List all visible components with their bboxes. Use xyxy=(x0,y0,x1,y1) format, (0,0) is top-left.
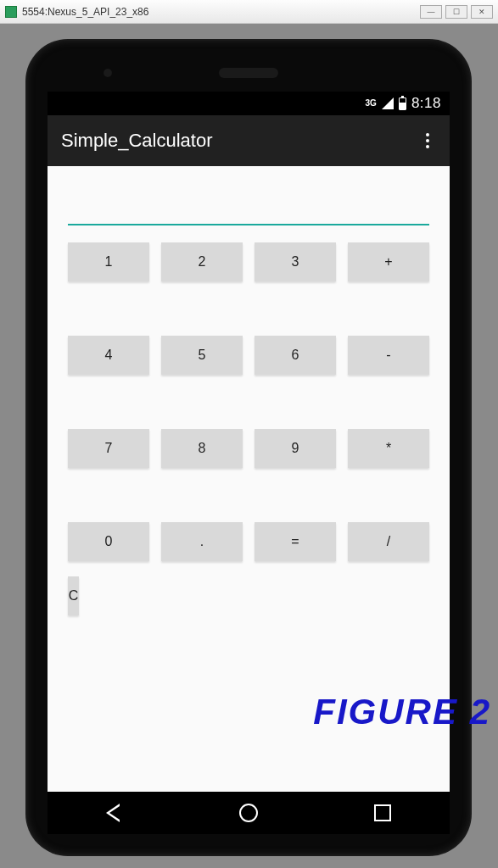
battery-icon xyxy=(399,97,406,110)
phone-device-frame: 3G 8:18 Simple_Calculator 1 xyxy=(27,41,470,854)
digit-8-button[interactable]: 8 xyxy=(161,429,243,468)
phone-sensor xyxy=(104,69,112,77)
minimize-button[interactable]: — xyxy=(420,5,442,19)
phone-earpiece xyxy=(219,68,278,78)
emulator-body: 3G 8:18 Simple_Calculator 1 xyxy=(0,24,498,868)
overflow-menu-icon[interactable] xyxy=(419,126,436,155)
equals-button[interactable]: = xyxy=(255,522,336,561)
maximize-button[interactable]: ☐ xyxy=(445,5,467,19)
status-time: 8:18 xyxy=(411,95,441,112)
digit-1-button[interactable]: 1 xyxy=(68,242,149,281)
digit-2-button[interactable]: 2 xyxy=(161,242,243,281)
emulator-titlebar: 5554:Nexus_5_API_23_x86 — ☐ ✕ xyxy=(0,0,498,24)
calculator-display-input[interactable] xyxy=(68,183,429,225)
nav-back-icon[interactable] xyxy=(106,804,123,821)
emulator-window-title: 5554:Nexus_5_API_23_x86 xyxy=(22,6,148,18)
figure-label: FIGURE 2 xyxy=(313,692,491,732)
digit-7-button[interactable]: 7 xyxy=(68,429,149,468)
emulator-titlebar-left: 5554:Nexus_5_API_23_x86 xyxy=(5,6,148,18)
multiply-button[interactable]: * xyxy=(348,429,429,468)
network-indicator: 3G xyxy=(366,99,377,108)
window-controls: — ☐ ✕ xyxy=(420,5,493,19)
digit-0-button[interactable]: 0 xyxy=(68,522,149,561)
clear-button[interactable]: C xyxy=(68,576,79,615)
emulator-app-icon xyxy=(5,6,17,18)
app-toolbar: Simple_Calculator xyxy=(48,115,450,166)
android-status-bar: 3G 8:18 xyxy=(48,92,450,115)
app-title: Simple_Calculator xyxy=(61,130,213,152)
android-nav-bar xyxy=(48,792,450,834)
digit-4-button[interactable]: 4 xyxy=(68,336,149,375)
nav-recent-icon[interactable] xyxy=(374,804,391,821)
digit-6-button[interactable]: 6 xyxy=(255,336,336,375)
divide-button[interactable]: / xyxy=(348,522,429,561)
digit-5-button[interactable]: 5 xyxy=(161,336,243,375)
signal-icon xyxy=(382,97,394,109)
phone-screen: 3G 8:18 Simple_Calculator 1 xyxy=(48,92,450,795)
plus-button[interactable]: + xyxy=(348,242,429,281)
nav-home-icon[interactable] xyxy=(239,804,258,822)
close-button[interactable]: ✕ xyxy=(471,5,493,19)
minus-button[interactable]: - xyxy=(348,336,429,375)
digit-3-button[interactable]: 3 xyxy=(255,242,336,281)
decimal-button[interactable]: . xyxy=(161,522,243,561)
digit-9-button[interactable]: 9 xyxy=(255,429,336,468)
calculator-button-grid: 1 2 3 + 4 5 6 - 7 8 9 * 0 . xyxy=(68,242,429,561)
